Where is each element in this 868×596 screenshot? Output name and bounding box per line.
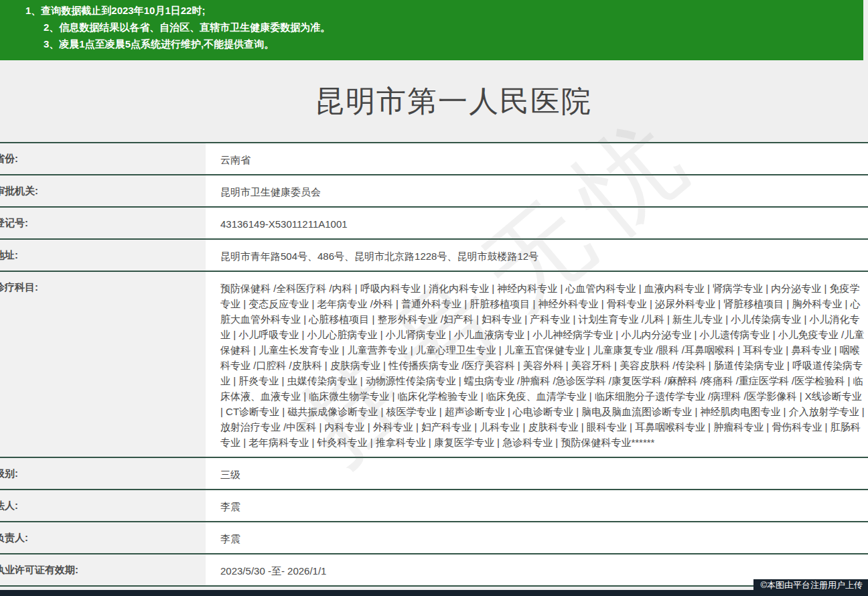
table-row-license-validity: 执业许可证有效期: 2023/5/30 -至- 2026/1/1 (0, 554, 868, 587)
notice-banner: 1、查询数据截止到2023年10月1日22时; 2、信息数据结果以各省、自治区、… (0, 0, 863, 60)
table-row-province: 省份: 云南省 (0, 143, 868, 175)
row-value: 李震 (206, 490, 868, 521)
row-value: 三级 (206, 458, 868, 489)
row-label: 省份: (0, 143, 206, 174)
row-label: 负责人: (0, 522, 206, 553)
table-row-address: 地址: 昆明市青年路504号、486号、昆明市北京路1228号、昆明市鼓楼路12… (0, 240, 868, 272)
row-value: 云南省 (206, 143, 868, 174)
row-label: 级别: (0, 458, 206, 489)
row-label: 执业许可证有效期: (0, 554, 206, 585)
notice-line: 2、信息数据结果以各省、自治区、直辖市卫生健康委数据为准。 (44, 19, 863, 35)
table-row-medical-subjects: 诊疗科目: 预防保健科 /全科医疗科 /内科 | 呼吸内科专业 | 消化内科专业… (0, 272, 868, 458)
table-row-approval-authority: 审批机关: 昆明市卫生健康委员会 (0, 175, 868, 208)
row-value: 43136149-X53011211A1001 (206, 208, 868, 238)
table-row-level: 级别: 三级 (0, 458, 868, 490)
row-label: 法人: (0, 490, 206, 521)
row-value: 昆明市卫生健康委员会 (206, 175, 868, 206)
row-label: 诊疗科目: (0, 272, 206, 457)
title-section: 昆明市第一人民医院 (0, 60, 868, 142)
table-row-legal-person: 法人: 李震 (0, 490, 868, 522)
footer-bar (0, 590, 868, 596)
row-value: 李震 (206, 522, 868, 553)
row-value: 昆明市青年路504号、486号、昆明市北京路1228号、昆明市鼓楼路12号 (206, 240, 868, 271)
table-row-person-in-charge: 负责人: 李震 (0, 522, 868, 554)
notice-line: 1、查询数据截止到2023年10月1日22时; (25, 2, 863, 19)
copyright-badge: ©本图由平台注册用户上传 (753, 579, 868, 592)
row-value: 预防保健科 /全科医疗科 /内科 | 呼吸内科专业 | 消化内科专业 | 神经内… (206, 272, 867, 457)
row-label: 地址: (0, 240, 206, 271)
table-row-registration-number: 登记号: 43136149-X53011211A1001 (0, 208, 868, 240)
notice-line: 3、凌晨1点至凌晨5点系统进行维护,不能提供查询。 (44, 35, 863, 52)
page-content: 1、查询数据截止到2023年10月1日22时; 2、信息数据结果以各省、自治区、… (0, 0, 868, 587)
row-label: 登记号: (0, 208, 206, 238)
row-label: 审批机关: (0, 175, 206, 206)
hospital-info-table: 省份: 云南省 审批机关: 昆明市卫生健康委员会 登记号: 43136149-X… (0, 142, 868, 587)
page-title: 昆明市第一人民医院 (315, 82, 592, 121)
